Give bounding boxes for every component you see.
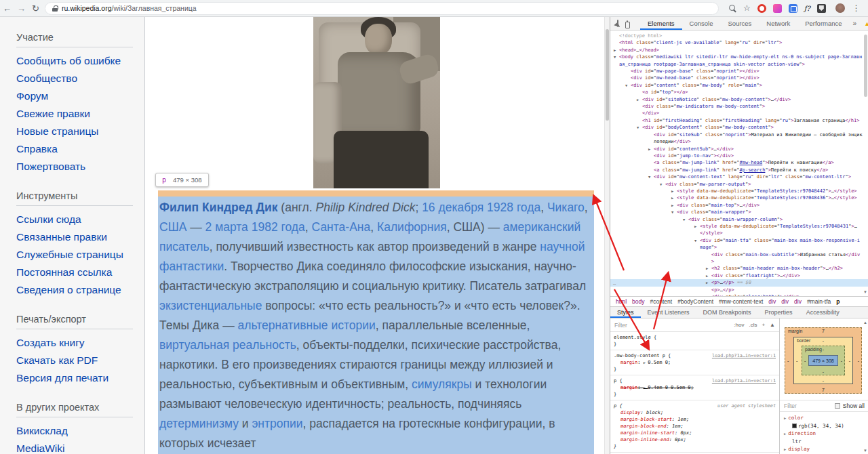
dom-tree-row[interactable]: ▶<div class="floatright">…</div> — [610, 272, 868, 279]
dom-tree-row[interactable]: ▶<head>…</head> — [610, 47, 868, 54]
dom-tree-row[interactable]: <div class="mw-indicators mw-body-conten… — [610, 103, 868, 110]
profile-avatar[interactable] — [835, 3, 845, 13]
dom-tree-row[interactable]: <p>…</p> — [610, 287, 868, 293]
sidebar-link[interactable]: Ссылки сюда — [16, 211, 144, 228]
sidebar-link[interactable]: Свежие правки — [16, 105, 144, 123]
dom-tree-row[interactable]: ▶<style data-mw-deduplicate="TemplateSty… — [610, 194, 868, 201]
sidebar-link[interactable]: Пожертвовать — [16, 158, 144, 176]
wiki-link[interactable]: Калифорния — [377, 220, 447, 234]
dom-tree-row[interactable]: ▼<div class="main-wrapper"> — [610, 209, 868, 215]
computed-property[interactable]: ▶color — [784, 414, 865, 422]
hov-toggle[interactable]: :hov — [734, 322, 744, 328]
sidebar-link[interactable]: Сведения о странице — [16, 281, 144, 299]
dom-tree-row[interactable]: <div id="mw-head-base" class="noprint"><… — [610, 75, 868, 81]
dom-tree-row[interactable]: <h1 id="firstHeading" class="firstHeadin… — [610, 117, 868, 124]
style-rule[interactable]: user agent stylesheetp {display: block;m… — [610, 400, 779, 453]
back-icon[interactable]: ← — [0, 3, 14, 14]
dom-tree-row[interactable]: ▼<div id="bodyContent" class="mw-body-co… — [610, 124, 868, 131]
breadcrumb-item[interactable]: #bodyContent — [677, 298, 713, 305]
panel-tab-accessibility[interactable]: Accessibility — [800, 307, 846, 318]
styles-filter-input[interactable]: Filter — [614, 322, 729, 329]
sidebar-link[interactable]: Постоянная ссылка — [16, 264, 144, 281]
sidebar-link[interactable]: Связанные правки — [16, 228, 144, 246]
sidebar-link[interactable]: Скачать как PDF — [16, 352, 144, 369]
computed-scroll-up-icon[interactable]: ▲ — [863, 321, 867, 325]
stylesheet-source-link[interactable]: load.php?1a…in=vector:1 — [712, 377, 776, 384]
sidebar-link[interactable]: Служебные страницы — [16, 246, 144, 264]
box-model-diagram[interactable]: margin 7 7 - - border - - - - padding - … — [785, 327, 862, 394]
sidebar-link[interactable]: Версия для печати — [16, 369, 144, 387]
new-rule-button[interactable]: + — [762, 322, 765, 328]
sidebar-link[interactable]: Справка — [16, 140, 144, 158]
stylesheet-source-link[interactable]: load.php?1a…in=vector:1 — [712, 352, 776, 359]
breadcrumb-item[interactable]: #mw-content-text — [719, 298, 763, 305]
dom-tree-row[interactable]: …▶<p>…</p> == $0 — [610, 279, 868, 286]
wiki-link[interactable]: США — [159, 220, 186, 234]
warnings-badge[interactable]: ▲3 — [864, 20, 868, 27]
breadcrumb-item[interactable]: div — [781, 298, 789, 305]
bookmark-star-icon[interactable]: ☆ — [743, 0, 751, 17]
wiki-link[interactable]: виртуальная реальность — [159, 338, 296, 352]
dom-tree-row[interactable]: </div> — [610, 110, 868, 117]
dom-tree-row[interactable]: ▼<div id="main-tfa" class="main-box main… — [610, 237, 868, 251]
panel-tab-dom-breakpoints[interactable]: DOM Breakpoints — [696, 307, 758, 318]
extension-icon-pink[interactable] — [773, 4, 782, 13]
wiki-link[interactable]: альтернативные истории — [238, 318, 376, 332]
wiki-link[interactable]: 16 декабря 1928 года — [422, 201, 540, 214]
dom-tree-row[interactable]: <div id="mw-page-base" class="noprint"><… — [610, 68, 868, 75]
cls-toggle[interactable]: .cls — [749, 322, 757, 328]
dom-tree-row[interactable]: ▼<div class="mw-parser-output"> — [610, 181, 868, 188]
wiki-link[interactable]: детерминизму — [159, 417, 239, 430]
breadcrumb-item[interactable]: div — [768, 298, 776, 305]
computed-filter-input[interactable]: Filter — [784, 403, 835, 409]
dom-tree-row[interactable]: ▼<div class="main-wrapper-column"> — [610, 216, 868, 223]
computed-scroll-down-icon[interactable]: ▼ — [863, 449, 867, 453]
dom-tree-row[interactable]: ▶<h2 class="main-header main-box-header"… — [610, 265, 868, 272]
sidebar-link[interactable]: Новые страницы — [16, 123, 144, 140]
dom-tree-row[interactable]: <div id="siteSub" class="noprint">Матери… — [610, 131, 868, 146]
show-all-checkbox[interactable] — [835, 403, 840, 409]
dom-tree-row[interactable]: ▼<div id="mw-content-text" lang="ru" dir… — [610, 173, 868, 180]
panel-tab-properties[interactable]: Properties — [758, 307, 800, 318]
dom-tree-row[interactable]: ▶<div class="main-top">…</div> — [610, 202, 868, 209]
devtools-tab-elements[interactable]: Elements — [640, 17, 682, 30]
extension-icon-function[interactable]: ƒ? — [804, 4, 810, 13]
breadcrumb-item[interactable]: body — [632, 298, 644, 305]
dom-tree-row[interactable]: <a class="mw-jump-link" href="#p-search"… — [610, 167, 868, 173]
wiki-link[interactable]: симулякры — [412, 377, 472, 391]
page-zoom-icon[interactable] — [728, 4, 737, 13]
dom-tree-row[interactable]: <div id="jump-to-nav"></div> — [610, 152, 868, 159]
wiki-link[interactable]: 2 марта 1982 года — [205, 220, 305, 234]
breadcrumb-item[interactable]: html — [616, 298, 627, 305]
extension-icon-red[interactable] — [757, 4, 766, 13]
sidebar-link[interactable]: Форум — [16, 87, 144, 105]
sidebar-link[interactable]: Сообщить об ошибке — [16, 52, 144, 70]
tree-scrollbar-thumb[interactable] — [864, 35, 867, 97]
address-bar[interactable]: ru.wikipedia.org/wiki/Заглавная_страница — [45, 2, 719, 15]
dom-tree-row[interactable]: <html class="client-js ve-available" lan… — [610, 39, 868, 46]
styles-scroll-up-icon[interactable]: ▲ — [770, 322, 775, 328]
dom-tree-row[interactable]: <a class="mw-jump-link" href="#mw-head">… — [610, 159, 868, 166]
style-rule[interactable]: load.php?1a…in=vector:1.mw-body-content … — [610, 350, 779, 375]
breadcrumb-item[interactable]: p — [836, 298, 840, 305]
dom-tree-row[interactable]: ▼<body class="mediawiki ltr sitedir-ltr … — [610, 54, 868, 68]
device-toolbar-icon[interactable] — [627, 20, 628, 27]
wiki-link[interactable]: экзистенциальные — [159, 299, 262, 312]
page-scrollbar[interactable] — [604, 17, 610, 454]
stylesheet-source-link[interactable]: user agent stylesheet — [717, 403, 776, 409]
browser-menu-icon[interactable]: ⋮ — [852, 0, 861, 17]
dom-tree-row[interactable]: <div class="main-box-subtitle">Избранная… — [610, 251, 868, 266]
dom-tree-row[interactable]: ▶<div id="contentSub">…</div> — [610, 146, 868, 152]
dom-tree-row[interactable]: ▶<style data-mw-deduplicate="TemplateSty… — [610, 188, 868, 194]
devtools-tab-performance[interactable]: Performance — [797, 17, 849, 30]
inspect-element-icon[interactable] — [617, 20, 618, 27]
wiki-link[interactable]: Чикаго — [547, 201, 585, 214]
panel-tab-event-listeners[interactable]: Event Listeners — [641, 307, 696, 318]
extension-icon-blue[interactable] — [789, 4, 797, 13]
sidebar-link[interactable]: MediaWiki — [16, 440, 144, 454]
computed-property[interactable]: ▶display — [784, 445, 865, 453]
computed-property[interactable]: ▶direction — [784, 430, 865, 438]
dom-tree-row[interactable]: ▼<div id="content" class="mw-body" role=… — [610, 82, 868, 89]
style-rule[interactable]: element.style {} — [610, 332, 779, 350]
breadcrumb-item[interactable]: #main-tfa — [807, 298, 831, 305]
